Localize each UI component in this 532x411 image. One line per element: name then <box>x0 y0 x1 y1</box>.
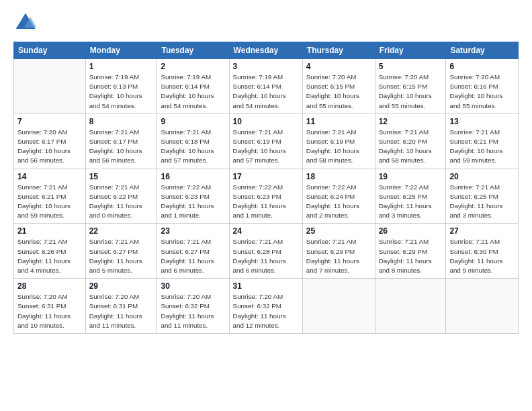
day-info: Sunrise: 7:20 AM Sunset: 6:31 PM Dayligh… <box>17 292 82 330</box>
day-info: Sunrise: 7:21 AM Sunset: 6:18 PM Dayligh… <box>161 128 225 166</box>
day-number: 19 <box>379 172 443 181</box>
day-info: Sunrise: 7:20 AM Sunset: 6:31 PM Dayligh… <box>89 292 154 330</box>
day-number: 15 <box>89 172 154 181</box>
day-number: 3 <box>233 62 299 71</box>
day-info: Sunrise: 7:22 AM Sunset: 6:23 PM Dayligh… <box>161 183 225 221</box>
calendar-cell: 20Sunrise: 7:21 AM Sunset: 6:25 PM Dayli… <box>446 169 519 224</box>
calendar-cell: 7Sunrise: 7:20 AM Sunset: 6:17 PM Daylig… <box>14 113 86 169</box>
calendar-cell <box>446 279 519 334</box>
calendar-cell: 4Sunrise: 7:20 AM Sunset: 6:15 PM Daylig… <box>302 59 375 114</box>
day-info: Sunrise: 7:19 AM Sunset: 6:14 PM Dayligh… <box>161 73 225 111</box>
calendar-week-row: 28Sunrise: 7:20 AM Sunset: 6:31 PM Dayli… <box>14 279 519 334</box>
day-number: 13 <box>449 117 515 126</box>
calendar-cell: 1Sunrise: 7:19 AM Sunset: 6:13 PM Daylig… <box>85 59 157 114</box>
day-number: 5 <box>379 62 443 71</box>
day-number: 9 <box>161 117 225 126</box>
day-info: Sunrise: 7:20 AM Sunset: 6:32 PM Dayligh… <box>161 292 225 330</box>
day-number: 23 <box>161 226 225 236</box>
day-number: 20 <box>449 172 515 181</box>
day-info: Sunrise: 7:21 AM Sunset: 6:27 PM Dayligh… <box>161 237 225 275</box>
calendar-cell: 19Sunrise: 7:22 AM Sunset: 6:25 PM Dayli… <box>375 169 446 224</box>
calendar-cell: 17Sunrise: 7:22 AM Sunset: 6:23 PM Dayli… <box>229 169 302 224</box>
day-number: 27 <box>449 226 515 236</box>
day-number: 1 <box>89 62 154 71</box>
calendar-cell <box>14 59 86 114</box>
day-number: 18 <box>306 172 371 181</box>
calendar-cell <box>302 279 375 334</box>
calendar-cell: 3Sunrise: 7:19 AM Sunset: 6:14 PM Daylig… <box>229 59 302 114</box>
day-info: Sunrise: 7:21 AM Sunset: 6:28 PM Dayligh… <box>233 237 299 275</box>
day-number: 25 <box>306 226 371 236</box>
calendar-cell: 15Sunrise: 7:21 AM Sunset: 6:22 PM Dayli… <box>85 169 157 224</box>
day-info: Sunrise: 7:20 AM Sunset: 6:16 PM Dayligh… <box>449 73 515 111</box>
day-info: Sunrise: 7:21 AM Sunset: 6:26 PM Dayligh… <box>17 237 82 275</box>
col-header-sunday: Sunday <box>14 42 86 59</box>
day-info: Sunrise: 7:21 AM Sunset: 6:17 PM Dayligh… <box>89 128 154 166</box>
day-info: Sunrise: 7:21 AM Sunset: 6:30 PM Dayligh… <box>449 237 515 275</box>
day-info: Sunrise: 7:21 AM Sunset: 6:21 PM Dayligh… <box>17 183 82 221</box>
calendar-cell: 31Sunrise: 7:20 AM Sunset: 6:32 PM Dayli… <box>229 279 302 334</box>
day-number: 22 <box>89 226 154 236</box>
calendar-page: SundayMondayTuesdayWednesdayThursdayFrid… <box>0 0 532 411</box>
day-number: 26 <box>379 226 443 236</box>
calendar-table: SundayMondayTuesdayWednesdayThursdayFrid… <box>13 42 519 334</box>
calendar-cell: 24Sunrise: 7:21 AM Sunset: 6:28 PM Dayli… <box>229 224 302 279</box>
col-header-monday: Monday <box>85 42 157 59</box>
calendar-cell: 28Sunrise: 7:20 AM Sunset: 6:31 PM Dayli… <box>14 279 86 334</box>
day-info: Sunrise: 7:21 AM Sunset: 6:27 PM Dayligh… <box>89 237 154 275</box>
day-number: 16 <box>161 172 225 181</box>
calendar-cell: 25Sunrise: 7:21 AM Sunset: 6:29 PM Dayli… <box>302 224 375 279</box>
day-info: Sunrise: 7:22 AM Sunset: 6:23 PM Dayligh… <box>233 183 299 221</box>
calendar-cell: 10Sunrise: 7:21 AM Sunset: 6:19 PM Dayli… <box>229 113 302 169</box>
col-header-saturday: Saturday <box>446 42 519 59</box>
day-number: 24 <box>233 226 299 236</box>
calendar-cell: 16Sunrise: 7:22 AM Sunset: 6:23 PM Dayli… <box>157 169 229 224</box>
calendar-cell: 5Sunrise: 7:20 AM Sunset: 6:15 PM Daylig… <box>375 59 446 114</box>
calendar-cell: 6Sunrise: 7:20 AM Sunset: 6:16 PM Daylig… <box>446 59 519 114</box>
calendar-cell: 27Sunrise: 7:21 AM Sunset: 6:30 PM Dayli… <box>446 224 519 279</box>
day-number: 21 <box>17 226 82 236</box>
logo-icon <box>13 11 38 35</box>
day-info: Sunrise: 7:21 AM Sunset: 6:20 PM Dayligh… <box>379 128 443 166</box>
day-info: Sunrise: 7:21 AM Sunset: 6:19 PM Dayligh… <box>306 128 371 166</box>
calendar-cell: 2Sunrise: 7:19 AM Sunset: 6:14 PM Daylig… <box>157 59 229 114</box>
day-info: Sunrise: 7:20 AM Sunset: 6:15 PM Dayligh… <box>379 73 443 111</box>
calendar-week-row: 14Sunrise: 7:21 AM Sunset: 6:21 PM Dayli… <box>14 169 519 224</box>
calendar-cell: 13Sunrise: 7:21 AM Sunset: 6:21 PM Dayli… <box>446 113 519 169</box>
day-number: 14 <box>17 172 82 181</box>
day-number: 2 <box>161 62 225 71</box>
calendar-cell: 11Sunrise: 7:21 AM Sunset: 6:19 PM Dayli… <box>302 113 375 169</box>
day-info: Sunrise: 7:22 AM Sunset: 6:24 PM Dayligh… <box>306 183 371 221</box>
calendar-cell: 22Sunrise: 7:21 AM Sunset: 6:27 PM Dayli… <box>85 224 157 279</box>
calendar-week-row: 7Sunrise: 7:20 AM Sunset: 6:17 PM Daylig… <box>14 113 519 169</box>
day-number: 6 <box>449 62 515 71</box>
col-header-friday: Friday <box>375 42 446 59</box>
day-number: 17 <box>233 172 299 181</box>
col-header-wednesday: Wednesday <box>229 42 302 59</box>
calendar-cell: 9Sunrise: 7:21 AM Sunset: 6:18 PM Daylig… <box>157 113 229 169</box>
calendar-week-row: 21Sunrise: 7:21 AM Sunset: 6:26 PM Dayli… <box>14 224 519 279</box>
day-info: Sunrise: 7:21 AM Sunset: 6:21 PM Dayligh… <box>449 128 515 166</box>
day-info: Sunrise: 7:20 AM Sunset: 6:17 PM Dayligh… <box>17 128 82 166</box>
logo <box>13 11 39 35</box>
calendar-week-row: 1Sunrise: 7:19 AM Sunset: 6:13 PM Daylig… <box>14 59 519 114</box>
day-number: 8 <box>89 117 154 126</box>
calendar-cell: 8Sunrise: 7:21 AM Sunset: 6:17 PM Daylig… <box>85 113 157 169</box>
calendar-header-row: SundayMondayTuesdayWednesdayThursdayFrid… <box>14 42 519 59</box>
calendar-cell: 12Sunrise: 7:21 AM Sunset: 6:20 PM Dayli… <box>375 113 446 169</box>
col-header-thursday: Thursday <box>302 42 375 59</box>
calendar-cell: 14Sunrise: 7:21 AM Sunset: 6:21 PM Dayli… <box>14 169 86 224</box>
day-info: Sunrise: 7:21 AM Sunset: 6:25 PM Dayligh… <box>449 183 515 221</box>
day-info: Sunrise: 7:21 AM Sunset: 6:29 PM Dayligh… <box>306 237 371 275</box>
col-header-tuesday: Tuesday <box>157 42 229 59</box>
day-number: 10 <box>233 117 299 126</box>
day-info: Sunrise: 7:20 AM Sunset: 6:32 PM Dayligh… <box>233 292 299 330</box>
day-info: Sunrise: 7:19 AM Sunset: 6:14 PM Dayligh… <box>233 73 299 111</box>
day-number: 4 <box>306 62 371 71</box>
calendar-cell: 29Sunrise: 7:20 AM Sunset: 6:31 PM Dayli… <box>85 279 157 334</box>
day-number: 28 <box>17 281 82 291</box>
calendar-cell: 30Sunrise: 7:20 AM Sunset: 6:32 PM Dayli… <box>157 279 229 334</box>
day-info: Sunrise: 7:21 AM Sunset: 6:22 PM Dayligh… <box>89 183 154 221</box>
calendar-cell: 21Sunrise: 7:21 AM Sunset: 6:26 PM Dayli… <box>14 224 86 279</box>
day-info: Sunrise: 7:19 AM Sunset: 6:13 PM Dayligh… <box>89 73 154 111</box>
